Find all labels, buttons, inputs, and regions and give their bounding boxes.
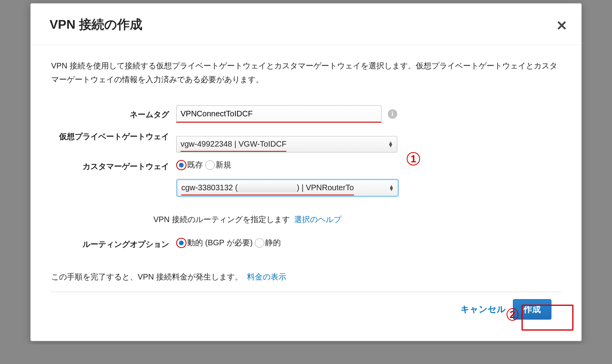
close-icon[interactable]: ✕ — [556, 18, 567, 33]
chevron-updown-icon: ▲▼ — [388, 142, 393, 147]
name-tag-input[interactable] — [176, 105, 382, 122]
routing-section-text: VPN 接続のルーティングを指定します 選択のヘルプ — [153, 213, 561, 226]
modal-description: VPN 接続を使用して接続する仮想プライベートゲートウェイとカスタマーゲートウェ… — [51, 59, 561, 86]
annotation-1: 1 — [407, 152, 420, 165]
create-vpn-modal: VPN 接続の作成 ✕ VPN 接続を使用して接続する仮想プライベートゲートウェ… — [30, 3, 582, 341]
create-button[interactable]: 作成 — [513, 299, 551, 320]
routing-static-radio[interactable]: 静的 — [255, 236, 281, 250]
chevron-updown-icon: ▲▼ — [389, 185, 394, 191]
modal-header: VPN 接続の作成 ✕ — [31, 4, 581, 45]
info-icon[interactable]: i — [388, 109, 397, 119]
label-vgw: 仮想プライベートゲートウェイ — [51, 127, 176, 143]
footer-separator — [51, 292, 561, 292]
annotation-2: 2 — [507, 309, 518, 320]
cgw-redacted-ip — [238, 184, 297, 192]
cgw-new-radio[interactable]: 新規 — [205, 158, 231, 172]
vgw-selected: vgw-49922348 | VGW-ToIDCF — [181, 137, 286, 152]
row-cgw-select: cgw-33803132 () | VPNRouterTo ▲▼ — [51, 179, 561, 197]
cgw-select[interactable]: cgw-33803132 () | VPNRouterTo ▲▼ — [176, 179, 399, 197]
row-cgw: カスタマーゲートウェイ 既存 新規 — [51, 157, 561, 173]
pricing-link[interactable]: 料金の表示 — [247, 272, 286, 281]
label-cgw: カスタマーゲートウェイ — [51, 157, 176, 173]
label-routing: ルーティングオプション — [51, 235, 176, 251]
modal-footer: キャンセル 作成 — [51, 299, 561, 331]
label-name-tag: ネームタグ — [51, 105, 176, 121]
cgw-existing-radio[interactable]: 既存 — [176, 158, 203, 172]
modal-body: VPN 接続を使用して接続する仮想プライベートゲートウェイとカスタマーゲートウェ… — [31, 45, 581, 341]
routing-dynamic-radio[interactable]: 動的 (BGP が必要) — [176, 236, 253, 250]
cgw-selected-suffix: ) | VPNRouterTo — [297, 183, 354, 192]
routing-help-link[interactable]: 選択のヘルプ — [294, 215, 341, 224]
cancel-button[interactable]: キャンセル — [458, 300, 508, 318]
pricing-line: この手順を完了すると、VPN 接続料金が発生します。 料金の表示 — [51, 270, 561, 284]
vgw-select[interactable]: vgw-49922348 | VGW-ToIDCF ▲▼ — [176, 136, 397, 153]
row-routing: ルーティングオプション 動的 (BGP が必要) 静的 — [51, 235, 561, 251]
row-name-tag: ネームタグ i — [51, 105, 561, 123]
row-vgw: 仮想プライベートゲートウェイ vgw-49922348 | VGW-ToIDCF… — [51, 127, 561, 153]
cgw-selected-prefix: cgw-33803132 ( — [181, 183, 238, 192]
modal-title: VPN 接続の作成 — [50, 16, 562, 33]
